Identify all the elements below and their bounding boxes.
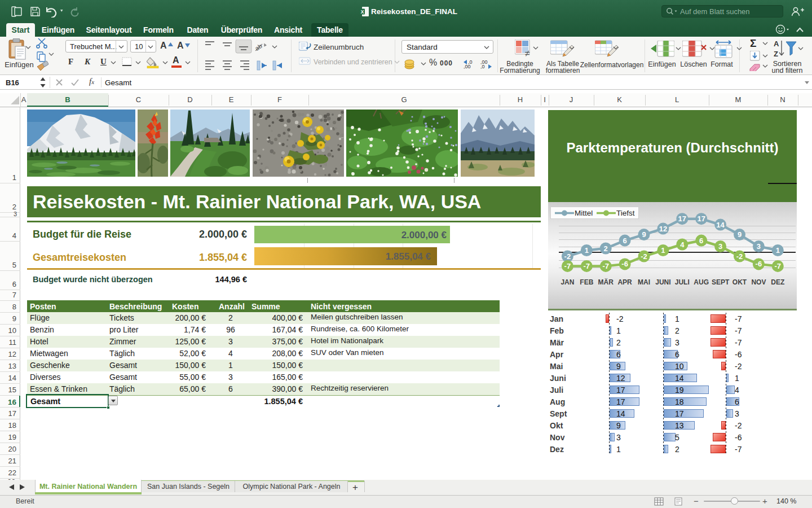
svg-text:1: 1 <box>585 246 589 255</box>
svg-text:,0: ,0 <box>480 64 485 69</box>
svg-text:9: 9 <box>642 230 646 239</box>
svg-text:2: 2 <box>604 244 608 253</box>
svg-text:-2: -2 <box>736 252 743 261</box>
svg-text:-6: -6 <box>621 260 628 268</box>
svg-text:-2: -2 <box>641 252 647 261</box>
svg-text:1: 1 <box>661 246 665 255</box>
svg-text:,00: ,00 <box>464 64 471 69</box>
svg-text:1: 1 <box>776 246 780 255</box>
svg-text:-7: -7 <box>564 262 571 270</box>
svg-text:14: 14 <box>716 221 725 229</box>
svg-text:6: 6 <box>699 237 703 245</box>
svg-text:9: 9 <box>738 230 742 239</box>
svg-text:A: A <box>774 40 779 48</box>
svg-text:3: 3 <box>757 242 761 251</box>
svg-text:-7: -7 <box>775 262 782 270</box>
svg-text:-6: -6 <box>756 260 762 268</box>
svg-text:X: X <box>361 9 364 15</box>
svg-text:3: 3 <box>718 242 722 251</box>
svg-text:-7: -7 <box>584 262 590 270</box>
svg-text:ab: ab <box>254 42 263 52</box>
svg-text:≠: ≠ <box>525 49 530 58</box>
svg-text:6: 6 <box>623 237 626 245</box>
svg-text:Z: Z <box>774 50 778 58</box>
svg-text:4: 4 <box>680 240 685 249</box>
svg-text:12: 12 <box>659 225 667 233</box>
svg-text:17: 17 <box>697 214 705 223</box>
svg-text:-7: -7 <box>602 262 609 270</box>
svg-text:-2: -2 <box>564 252 571 261</box>
svg-text:17: 17 <box>678 214 686 223</box>
